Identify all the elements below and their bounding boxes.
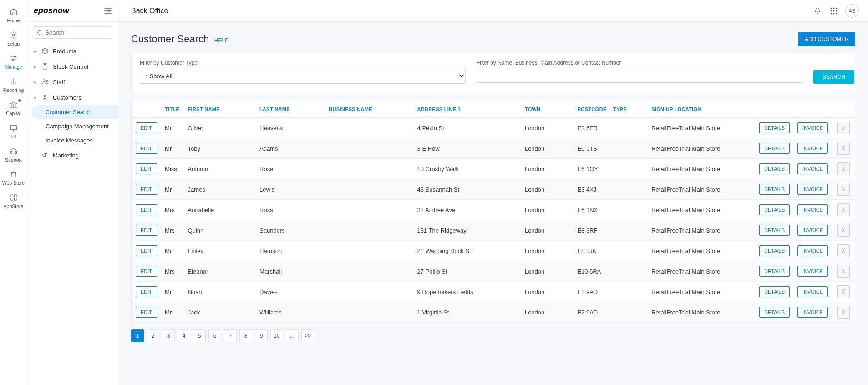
page-button-7[interactable]: 7	[224, 329, 237, 342]
th-addr[interactable]: ADDRESS LINE 1	[414, 101, 521, 118]
invoice-button[interactable]: INVOICE	[797, 184, 828, 195]
nav-item-products[interactable]: ▸Products	[27, 43, 118, 59]
nav-item-stock-control[interactable]: ▸Stock Control	[27, 59, 118, 74]
nav-subitem-customer-search[interactable]: Customer Search	[32, 105, 118, 119]
rail-item-reporting[interactable]: Reporting	[0, 73, 27, 96]
delete-button[interactable]: X	[837, 162, 850, 175]
th-post[interactable]: POSTCODE	[574, 101, 609, 118]
rail-item-manage[interactable]: Manage	[0, 50, 27, 73]
invoice-button[interactable]: INVOICE	[797, 245, 828, 256]
nav-item-marketing[interactable]: Marketing	[27, 147, 118, 163]
edit-button[interactable]: EDIT	[136, 266, 157, 277]
delete-button[interactable]: X	[837, 265, 850, 278]
cell-town: London	[521, 261, 574, 282]
nav-subitem-invoice-messages[interactable]: Invoice Messages	[32, 133, 118, 147]
rail-item-capital[interactable]: Capital	[0, 96, 27, 120]
details-button[interactable]: DETAILS	[759, 266, 790, 277]
svg-point-23	[831, 13, 832, 14]
home-icon	[9, 7, 18, 16]
page-button-9[interactable]: 9	[255, 329, 268, 342]
delete-button[interactable]: X	[837, 142, 850, 155]
cell-last: Rose	[256, 159, 325, 179]
page-button-4[interactable]: 4	[178, 329, 190, 342]
invoice-button[interactable]: INVOICE	[797, 286, 828, 297]
delete-button[interactable]: X	[837, 244, 850, 257]
nav-item-customers[interactable]: ▾Customers	[27, 90, 118, 105]
edit-button[interactable]: EDIT	[136, 143, 157, 154]
sidebar-search[interactable]	[33, 26, 112, 39]
rail-item-home[interactable]: Home	[0, 4, 27, 27]
details-button[interactable]: DETAILS	[759, 245, 790, 256]
th-loc[interactable]: SIGN UP LOCATION	[648, 101, 755, 118]
add-customer-button[interactable]: ADD CUSTOMER	[798, 32, 855, 46]
delete-button[interactable]: X	[837, 122, 850, 134]
rail-item-till[interactable]: Till	[0, 120, 27, 143]
notifications-button[interactable]	[812, 6, 822, 16]
apps-button[interactable]	[829, 6, 839, 16]
th-first[interactable]: FIRST NAME	[184, 101, 256, 118]
page-button-2[interactable]: 2	[147, 329, 159, 342]
page-button-3[interactable]: 3	[162, 329, 175, 342]
edit-button[interactable]: EDIT	[136, 225, 157, 236]
filter-name-input[interactable]	[477, 69, 802, 83]
search-button[interactable]: SEARCH	[813, 70, 854, 84]
page-button-1[interactable]: 1	[131, 329, 144, 342]
th-title[interactable]: TITLE	[161, 101, 184, 118]
details-button[interactable]: DETAILS	[759, 204, 790, 215]
page-button->>[interactable]: >>	[301, 329, 314, 342]
th-town[interactable]: TOWN	[521, 101, 574, 118]
cell-loc: RetailFreeTrial Main Store	[648, 261, 755, 282]
edit-button[interactable]: EDIT	[136, 245, 157, 256]
th-type[interactable]: TYPE	[609, 101, 648, 118]
invoice-button[interactable]: INVOICE	[797, 307, 828, 318]
invoice-button[interactable]: INVOICE	[797, 225, 828, 236]
delete-button[interactable]: X	[837, 224, 850, 237]
invoice-button[interactable]: INVOICE	[797, 163, 828, 174]
delete-button[interactable]: X	[837, 203, 850, 216]
details-button[interactable]: DETAILS	[759, 163, 790, 174]
details-button[interactable]: DETAILS	[759, 286, 790, 297]
user-avatar[interactable]: AB	[845, 4, 859, 18]
svg-rect-6	[11, 195, 13, 197]
cell-post: E8 3RF	[574, 220, 609, 241]
edit-button[interactable]: EDIT	[136, 163, 157, 174]
edit-button[interactable]: EDIT	[136, 122, 157, 133]
chevron-icon: ▸	[34, 80, 39, 85]
collapse-sidebar-button[interactable]	[104, 8, 112, 14]
nav-item-staff[interactable]: ▸Staff	[27, 74, 118, 90]
invoice-button[interactable]: INVOICE	[797, 143, 828, 154]
details-button[interactable]: DETAILS	[759, 184, 790, 195]
edit-button[interactable]: EDIT	[136, 307, 157, 318]
invoice-button[interactable]: INVOICE	[797, 266, 828, 277]
delete-button[interactable]: X	[837, 285, 850, 298]
th-last[interactable]: LAST NAME	[256, 101, 325, 118]
details-button[interactable]: DETAILS	[759, 307, 790, 318]
rail-item-setup[interactable]: Setup	[0, 27, 27, 50]
delete-button[interactable]: X	[837, 306, 850, 319]
invoice-button[interactable]: INVOICE	[797, 122, 828, 133]
filter-type-select[interactable]: * Show All	[140, 69, 466, 84]
nav-subitem-campaign-management[interactable]: Campaign Management	[32, 119, 118, 133]
rail-item-appstore[interactable]: AppStore	[0, 189, 27, 213]
rail-label: Setup	[7, 41, 20, 46]
page-button-10[interactable]: 10	[270, 329, 283, 342]
delete-button[interactable]: X	[837, 183, 850, 196]
edit-button[interactable]: EDIT	[136, 286, 157, 297]
details-button[interactable]: DETAILS	[759, 122, 790, 133]
invoice-button[interactable]: INVOICE	[797, 204, 828, 215]
rail-label: Till	[10, 134, 16, 139]
sidebar-search-input[interactable]	[45, 29, 108, 36]
th-business[interactable]: BUSINESS NAME	[325, 101, 413, 118]
edit-button[interactable]: EDIT	[136, 184, 157, 195]
page-button-8[interactable]: 8	[239, 329, 252, 342]
page-button-5[interactable]: 5	[193, 329, 206, 342]
cell-title: Mrs	[161, 200, 184, 220]
details-button[interactable]: DETAILS	[759, 143, 790, 154]
edit-button[interactable]: EDIT	[136, 204, 157, 215]
rail-item-web-store[interactable]: Web Store	[0, 166, 27, 189]
details-button[interactable]: DETAILS	[759, 225, 790, 236]
rail-item-support[interactable]: Support	[0, 143, 27, 166]
page-button-...[interactable]: ...	[286, 329, 299, 342]
help-link[interactable]: HELP	[214, 37, 228, 44]
page-button-6[interactable]: 6	[208, 329, 221, 342]
